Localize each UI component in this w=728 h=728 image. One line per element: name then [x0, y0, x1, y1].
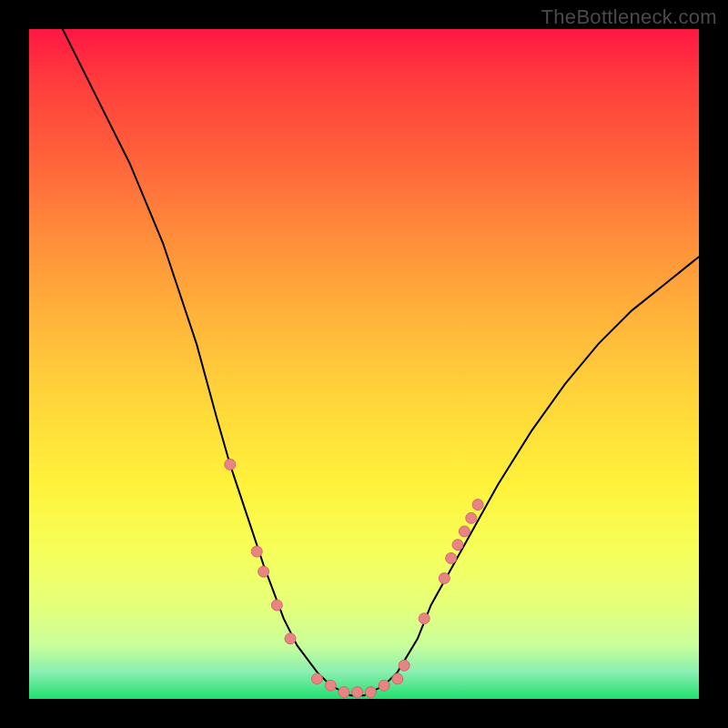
data-point	[472, 500, 483, 511]
data-point	[285, 633, 296, 644]
data-point	[251, 546, 262, 557]
watermark-text: TheBottleneck.com	[541, 5, 717, 29]
data-point	[439, 573, 450, 584]
chart-frame: TheBottleneck.com	[0, 0, 728, 728]
data-point	[312, 673, 323, 684]
data-point	[446, 552, 457, 563]
data-point	[271, 600, 282, 611]
data-point	[379, 680, 389, 691]
data-point	[452, 540, 463, 551]
data-point	[392, 673, 403, 684]
bottleneck-curve	[63, 29, 699, 695]
chart-overlay	[29, 29, 699, 699]
data-point	[419, 613, 430, 624]
data-point	[459, 526, 470, 537]
data-point	[325, 680, 336, 691]
data-markers	[225, 459, 483, 697]
data-point	[399, 660, 410, 671]
data-point	[258, 566, 269, 577]
data-point	[352, 687, 363, 698]
data-point	[339, 687, 349, 698]
data-point	[365, 687, 376, 698]
data-point	[225, 459, 236, 470]
data-point	[466, 512, 477, 523]
